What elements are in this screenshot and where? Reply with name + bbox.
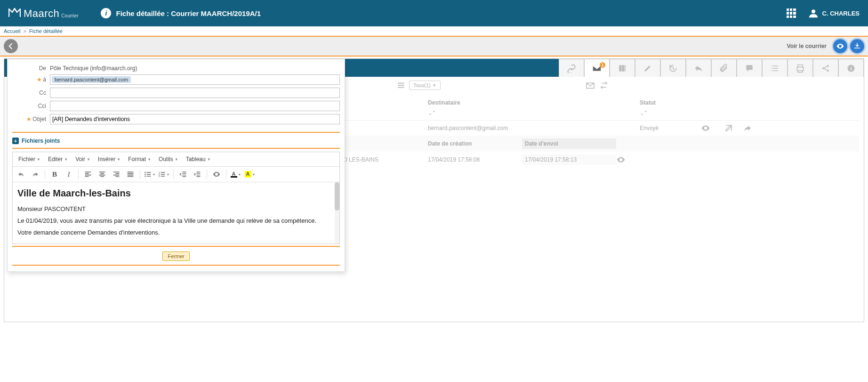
body-p2: Le 01/04/2019, vous avez transmis par vo…: [17, 217, 335, 224]
number-list-button[interactable]: 123▼: [157, 169, 170, 180]
bullet-list-button[interactable]: ▼: [143, 169, 156, 180]
download-button[interactable]: [850, 39, 864, 53]
user-menu[interactable]: C. CHARLES: [808, 8, 860, 18]
tab-edit[interactable]: [635, 59, 660, 77]
tab-history[interactable]: [660, 59, 686, 77]
svg-text:i: i: [850, 65, 852, 71]
main-panel: 1 i Tous(1)▼: [4, 58, 864, 322]
svg-rect-3: [625, 65, 626, 71]
close-button[interactable]: Fermer: [162, 252, 189, 261]
align-justify-button[interactable]: [124, 169, 137, 180]
bg-color-button[interactable]: A▼: [243, 169, 257, 180]
swap-icon[interactable]: [600, 81, 608, 89]
rich-editor: Fichier▼ Editer▼ Voir▼ Insérer▼ Format▼ …: [12, 152, 340, 244]
tab-reply[interactable]: [686, 59, 711, 77]
to-chip[interactable]: bernard.pascontent@gmail.com: [52, 76, 131, 83]
sort-status[interactable]: ⌄⌃: [640, 110, 701, 116]
filter-dropdown[interactable]: Tous(1)▼: [409, 81, 441, 90]
to-input[interactable]: bernard.pascontent@gmail.com: [50, 74, 340, 85]
breadcrumb-current[interactable]: Fiche détaillée: [29, 28, 63, 34]
editor-body[interactable]: Ville de Maarch-les-Bains Monsieur PASCO…: [13, 182, 339, 244]
svg-rect-1: [619, 65, 621, 71]
back-button[interactable]: [4, 39, 18, 53]
email-badge: 1: [600, 62, 605, 68]
tab-attachment[interactable]: [711, 59, 737, 77]
tab-comment[interactable]: [737, 59, 762, 77]
svg-point-0: [811, 9, 815, 13]
align-left-button[interactable]: [81, 169, 95, 180]
list-icon[interactable]: [397, 81, 405, 89]
cell-status: Envoyé: [640, 125, 701, 131]
cell-cre-date: 17/04/2019 17:58:08: [428, 156, 522, 163]
compose-dialog: De Pôle Technique (info@maarch.org) ★à b…: [7, 59, 345, 272]
attachments-toggle[interactable]: + Fichiers joints: [8, 135, 345, 146]
view-mail-label: Voir le courrier: [787, 43, 827, 49]
italic-button[interactable]: I: [62, 169, 75, 180]
align-right-button[interactable]: [110, 169, 123, 180]
label-from: De: [12, 65, 50, 72]
info-icon: i: [101, 8, 111, 18]
col-statut[interactable]: Statut: [640, 99, 701, 106]
cc-input[interactable]: [50, 88, 340, 98]
label-to: à: [43, 76, 46, 83]
svg-point-10: [145, 174, 145, 175]
body-p3: Votre demande concerne Demandes d'interv…: [17, 229, 335, 236]
breadcrumb-home[interactable]: Accueil: [4, 28, 20, 34]
bcc-input[interactable]: [50, 101, 340, 111]
menu-edit[interactable]: Editer▼: [45, 154, 71, 164]
tab-list[interactable]: [762, 59, 788, 77]
view-mail-button[interactable]: [833, 39, 847, 53]
menu-format[interactable]: Format▼: [125, 154, 154, 164]
redo-button[interactable]: [29, 169, 42, 180]
tab-share[interactable]: [813, 59, 838, 77]
app-logo[interactable]: Maarch Courrier: [8, 7, 78, 20]
mail-send-icon[interactable]: [586, 81, 595, 89]
preview-button[interactable]: [210, 169, 223, 180]
breadcrumb: Accueil > Fiche détaillée: [0, 26, 868, 36]
body-title: Ville de Maarch-les-Bains: [17, 188, 335, 199]
svg-point-9: [145, 172, 145, 173]
label-bcc: Cci: [12, 103, 50, 109]
editor-scrollbar[interactable]: [335, 182, 339, 244]
action-bar: Voir le courrier: [0, 37, 868, 56]
text-color-button[interactable]: A▼: [229, 169, 242, 180]
col-destinataire[interactable]: Destinataire: [428, 99, 640, 106]
menu-file[interactable]: Fichier▼: [16, 154, 43, 164]
plus-icon: +: [12, 138, 19, 144]
label-subject: Objet: [32, 116, 46, 122]
sort-dest[interactable]: ⌄⌃: [428, 110, 640, 116]
apps-grid-icon[interactable]: [787, 8, 796, 18]
align-center-button[interactable]: [96, 169, 109, 180]
cell-dest: bernard.pascontent@gmail.com: [428, 125, 640, 131]
page-title: Fiche détaillée : Courrier MAARCH/2019A/…: [116, 9, 261, 17]
bold-button[interactable]: B: [48, 169, 61, 180]
page-title-wrap: i Fiche détaillée : Courrier MAARCH/2019…: [101, 8, 261, 18]
menu-table[interactable]: Tableau▼: [183, 154, 214, 164]
menu-tools[interactable]: Outils▼: [156, 154, 181, 164]
row-reply-icon[interactable]: [743, 124, 762, 132]
svg-point-11: [145, 176, 145, 177]
svg-text:3: 3: [158, 175, 160, 178]
row-edit-icon[interactable]: [724, 124, 743, 132]
indent-button[interactable]: [191, 169, 204, 180]
subject-input[interactable]: [50, 114, 340, 124]
tab-archive[interactable]: [610, 59, 635, 77]
from-value: Pôle Technique (info@maarch.org): [50, 65, 340, 72]
outdent-button[interactable]: [177, 169, 190, 180]
tab-email[interactable]: 1: [584, 59, 610, 77]
app-header: Maarch Courrier i Fiche détaillée : Cour…: [0, 0, 868, 26]
body-p1: Monsieur PASCONTENT: [17, 205, 335, 212]
row-view-icon[interactable]: [701, 123, 724, 133]
subrow-view-icon[interactable]: [616, 155, 649, 164]
tab-info[interactable]: i: [838, 59, 864, 77]
label-cc: Cc: [12, 89, 50, 96]
undo-button[interactable]: [15, 169, 28, 180]
menu-view[interactable]: Voir▼: [72, 154, 93, 164]
user-icon: [808, 8, 819, 18]
logo-subtext: Courrier: [61, 13, 78, 20]
menu-insert[interactable]: Insérer▼: [95, 154, 123, 164]
svg-rect-2: [622, 65, 624, 71]
logo-mark-icon: [8, 7, 21, 17]
tab-print[interactable]: [788, 59, 813, 77]
tab-link[interactable]: [559, 59, 584, 77]
